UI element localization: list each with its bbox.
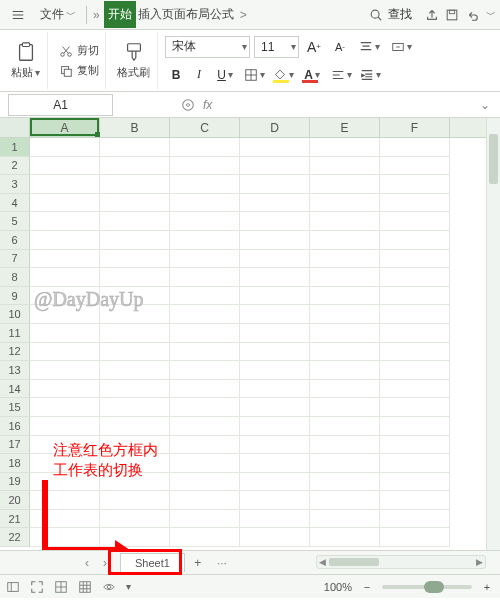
cell[interactable] bbox=[170, 212, 240, 231]
align-top-button[interactable]: ▾ bbox=[355, 36, 383, 58]
cell[interactable] bbox=[170, 380, 240, 399]
merge-button[interactable]: ▾ bbox=[387, 36, 415, 58]
cell[interactable] bbox=[240, 491, 310, 510]
row-header[interactable]: 2 bbox=[0, 157, 30, 176]
font-color-button[interactable]: A ▾ bbox=[298, 64, 326, 86]
cell[interactable] bbox=[240, 138, 310, 157]
cell[interactable] bbox=[380, 324, 450, 343]
cell[interactable] bbox=[30, 268, 100, 287]
bold-button[interactable]: B bbox=[165, 64, 187, 86]
cell[interactable] bbox=[240, 268, 310, 287]
row-header[interactable]: 17 bbox=[0, 436, 30, 455]
cell[interactable] bbox=[240, 324, 310, 343]
tab-insert[interactable]: 插入页面布局公式 bbox=[136, 1, 236, 28]
cell[interactable] bbox=[100, 324, 170, 343]
cell[interactable] bbox=[310, 305, 380, 324]
cell[interactable] bbox=[100, 138, 170, 157]
cell[interactable] bbox=[170, 287, 240, 306]
italic-button[interactable]: I bbox=[188, 64, 210, 86]
cell[interactable] bbox=[100, 157, 170, 176]
app-menu-button[interactable] bbox=[4, 4, 32, 26]
row-header[interactable]: 12 bbox=[0, 343, 30, 362]
cell[interactable] bbox=[100, 212, 170, 231]
cell[interactable] bbox=[30, 138, 100, 157]
status-pane-button[interactable] bbox=[4, 578, 22, 596]
cell[interactable] bbox=[240, 398, 310, 417]
cell[interactable] bbox=[310, 491, 380, 510]
formula-expand-button[interactable]: ⌄ bbox=[474, 94, 496, 116]
col-header[interactable]: B bbox=[100, 118, 170, 137]
row-header[interactable]: 8 bbox=[0, 268, 30, 287]
scrollbar-thumb[interactable] bbox=[329, 558, 379, 566]
cell[interactable] bbox=[100, 454, 170, 473]
col-header[interactable]: F bbox=[380, 118, 450, 137]
col-header[interactable]: C bbox=[170, 118, 240, 137]
cell[interactable] bbox=[310, 417, 380, 436]
cell[interactable] bbox=[30, 305, 100, 324]
cell[interactable] bbox=[100, 510, 170, 529]
row-header[interactable]: 5 bbox=[0, 212, 30, 231]
row-header[interactable]: 20 bbox=[0, 491, 30, 510]
cell[interactable] bbox=[380, 250, 450, 269]
cell[interactable] bbox=[240, 380, 310, 399]
underline-button[interactable]: U▾ bbox=[211, 64, 239, 86]
cell[interactable] bbox=[380, 138, 450, 157]
cell[interactable] bbox=[380, 287, 450, 306]
col-header[interactable]: D bbox=[240, 118, 310, 137]
spreadsheet-grid[interactable]: A B C D E F 1234567891011121314151617181… bbox=[0, 118, 500, 550]
cell[interactable] bbox=[170, 473, 240, 492]
zoom-in-button[interactable]: + bbox=[478, 578, 496, 596]
cell[interactable] bbox=[240, 343, 310, 362]
cell[interactable] bbox=[170, 175, 240, 194]
cell[interactable] bbox=[170, 398, 240, 417]
col-header[interactable]: A bbox=[30, 118, 100, 137]
cell[interactable] bbox=[380, 473, 450, 492]
cell[interactable] bbox=[240, 231, 310, 250]
zoom-thumb[interactable] bbox=[424, 581, 444, 593]
cell[interactable] bbox=[100, 436, 170, 455]
cell[interactable] bbox=[380, 212, 450, 231]
cell[interactable] bbox=[30, 361, 100, 380]
cell[interactable] bbox=[100, 268, 170, 287]
zoom-slider[interactable] bbox=[382, 585, 472, 589]
cell[interactable] bbox=[30, 491, 100, 510]
cell[interactable] bbox=[170, 268, 240, 287]
cell[interactable] bbox=[380, 491, 450, 510]
cell[interactable] bbox=[310, 473, 380, 492]
cell[interactable] bbox=[310, 157, 380, 176]
row-header[interactable]: 19 bbox=[0, 473, 30, 492]
cell[interactable] bbox=[240, 287, 310, 306]
sheet-nav-prev[interactable]: ‹ bbox=[80, 556, 94, 570]
cell[interactable] bbox=[310, 528, 380, 547]
cell[interactable] bbox=[170, 417, 240, 436]
cell[interactable] bbox=[170, 250, 240, 269]
cell[interactable] bbox=[100, 473, 170, 492]
col-header[interactable]: E bbox=[310, 118, 380, 137]
file-menu-button[interactable]: 文件 ﹀ bbox=[34, 3, 82, 26]
cell[interactable] bbox=[170, 361, 240, 380]
cell[interactable] bbox=[100, 380, 170, 399]
row-header[interactable]: 11 bbox=[0, 324, 30, 343]
cell[interactable] bbox=[240, 250, 310, 269]
cell[interactable] bbox=[240, 361, 310, 380]
decrease-font-button[interactable]: A- bbox=[329, 36, 351, 58]
save-icon[interactable] bbox=[444, 7, 460, 23]
cell[interactable] bbox=[170, 528, 240, 547]
cell[interactable] bbox=[310, 398, 380, 417]
cell[interactable] bbox=[310, 194, 380, 213]
tab-nav-prev[interactable]: » bbox=[91, 5, 102, 25]
cell[interactable] bbox=[30, 398, 100, 417]
row-header[interactable]: 10 bbox=[0, 305, 30, 324]
read-mode-button[interactable] bbox=[100, 578, 118, 596]
cell[interactable] bbox=[170, 454, 240, 473]
cell[interactable] bbox=[30, 454, 100, 473]
cell[interactable] bbox=[310, 212, 380, 231]
row-header[interactable]: 7 bbox=[0, 250, 30, 269]
fill-color-button[interactable]: ▾ bbox=[269, 64, 297, 86]
cell[interactable] bbox=[310, 231, 380, 250]
cell[interactable] bbox=[100, 398, 170, 417]
cell[interactable] bbox=[310, 250, 380, 269]
align-left-button[interactable]: ▾ bbox=[327, 64, 355, 86]
cell[interactable] bbox=[170, 324, 240, 343]
cell[interactable] bbox=[310, 454, 380, 473]
